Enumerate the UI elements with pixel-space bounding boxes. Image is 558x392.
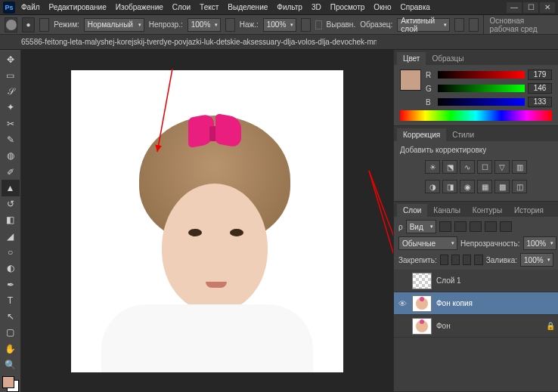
layer-name[interactable]: Слой 1	[436, 276, 461, 285]
g-slider[interactable]	[438, 85, 525, 92]
layer-thumbnail[interactable]	[412, 295, 432, 312]
document-tab[interactable]: 65586-feitong-leta-malyshej-korejskij-tv…	[21, 38, 377, 46]
layer-name[interactable]: Фон	[436, 322, 451, 330]
r-slider[interactable]	[438, 71, 525, 79]
minimize-button[interactable]: —	[507, 2, 522, 13]
path-selection-tool[interactable]: ↖	[2, 309, 20, 325]
pen-tool[interactable]: ✒	[2, 276, 20, 292]
tab-layers[interactable]: Слои	[397, 204, 427, 217]
lock-transparency-icon[interactable]	[440, 255, 448, 265]
pressure-opacity-icon[interactable]	[225, 18, 235, 32]
workspace-switcher[interactable]: Основная рабочая сред	[483, 15, 553, 34]
layer-thumbnail[interactable]	[412, 273, 432, 289]
tool-preset-picker[interactable]	[5, 17, 17, 32]
invert-icon[interactable]: ◫	[512, 180, 527, 193]
hue-sat-icon[interactable]: ▥	[512, 160, 527, 174]
menu-layer[interactable]: Слои	[172, 3, 191, 11]
layer-item[interactable]: 👁 Фон копия	[394, 292, 558, 315]
filter-smart-icon[interactable]	[500, 221, 512, 232]
healing-brush-tool[interactable]: ◍	[2, 148, 20, 164]
tab-styles[interactable]: Стили	[446, 128, 480, 141]
menu-window[interactable]: Окно	[374, 3, 391, 11]
airbrush-icon[interactable]	[301, 18, 311, 32]
aligned-checkbox[interactable]	[315, 20, 322, 29]
shape-tool[interactable]: ▢	[2, 325, 20, 341]
lock-pixels-icon[interactable]	[451, 255, 460, 265]
ignore-adjust-icon[interactable]	[454, 18, 464, 32]
filter-type-icon[interactable]	[470, 221, 482, 232]
history-brush-tool[interactable]: ↺	[2, 196, 20, 212]
layer-name[interactable]: Фон копия	[436, 299, 473, 307]
channel-mixer-icon[interactable]: ▦	[477, 180, 492, 193]
blend-mode-dropdown[interactable]: Нормальный	[84, 18, 144, 32]
hand-tool[interactable]: ✋	[2, 341, 20, 357]
levels-icon[interactable]: ⬔	[442, 160, 457, 174]
g-value[interactable]: 146	[528, 83, 552, 94]
layer-blend-mode-dropdown[interactable]: Обычные	[398, 236, 457, 250]
menu-select[interactable]: Выделение	[228, 3, 268, 11]
eyedropper-tool[interactable]: ✎	[2, 131, 20, 147]
color-spectrum[interactable]	[400, 110, 552, 121]
tab-swatches[interactable]: Образцы	[426, 52, 470, 65]
bw-icon[interactable]: ◨	[442, 180, 457, 193]
fill-dropdown[interactable]: 100%	[520, 253, 553, 267]
crop-tool[interactable]: ✂	[2, 116, 20, 131]
brush-panel-toggle[interactable]	[39, 18, 49, 32]
gradient-tool[interactable]: ◢	[2, 228, 20, 244]
layer-opacity-dropdown[interactable]: 100%	[523, 236, 556, 250]
color-balance-icon[interactable]: ◑	[425, 180, 440, 193]
menu-view[interactable]: Просмотр	[330, 3, 365, 11]
blur-tool[interactable]: ○	[2, 244, 20, 260]
opacity-dropdown[interactable]: 100%	[188, 18, 221, 32]
vibrance-icon[interactable]: ▽	[494, 160, 510, 174]
filter-shape-icon[interactable]	[485, 221, 497, 232]
pressure-size-icon[interactable]	[469, 18, 479, 32]
magic-wand-tool[interactable]: ✦	[2, 100, 20, 116]
brightness-contrast-icon[interactable]: ☀	[425, 160, 440, 174]
move-tool[interactable]: ✥	[2, 51, 20, 67]
color-preview[interactable]	[400, 69, 421, 91]
menu-image[interactable]: Изображение	[116, 3, 163, 11]
exposure-icon[interactable]: ☐	[477, 160, 492, 174]
marquee-tool[interactable]: ▭	[2, 67, 20, 83]
menu-text[interactable]: Текст	[200, 3, 219, 11]
lock-all-icon[interactable]	[474, 255, 482, 265]
layer-filter-dropdown[interactable]: Вид	[406, 220, 436, 233]
photo-filter-icon[interactable]: ◉	[460, 180, 475, 193]
eraser-tool[interactable]: ◧	[2, 212, 20, 228]
layer-item[interactable]: Слой 1	[394, 270, 558, 292]
maximize-button[interactable]: ☐	[523, 2, 538, 13]
layer-thumbnail[interactable]	[412, 318, 432, 335]
visibility-toggle[interactable]: 👁	[397, 299, 408, 308]
foreground-color[interactable]	[2, 376, 14, 388]
tab-color[interactable]: Цвет	[397, 52, 426, 65]
brush-tool[interactable]: ✐	[2, 164, 20, 180]
curves-icon[interactable]: ∿	[460, 160, 475, 174]
tab-channels[interactable]: Каналы	[427, 204, 467, 217]
dodge-tool[interactable]: ◐	[2, 261, 20, 276]
menu-edit[interactable]: Редактирование	[49, 3, 107, 11]
b-slider[interactable]	[438, 98, 525, 106]
filter-pixel-icon[interactable]	[439, 221, 451, 232]
lasso-tool[interactable]: 𝒮	[2, 84, 20, 100]
type-tool[interactable]: T	[2, 292, 20, 308]
b-value[interactable]: 133	[528, 97, 552, 107]
tab-adjustments[interactable]: Коррекция	[397, 128, 446, 141]
color-swatch[interactable]	[2, 376, 19, 392]
canvas-area[interactable]	[21, 50, 393, 392]
menu-3d[interactable]: 3D	[312, 3, 321, 11]
tab-history[interactable]: История	[508, 204, 550, 217]
menu-file[interactable]: Файл	[21, 3, 40, 11]
layer-item[interactable]: Фон 🔒	[394, 315, 558, 338]
document-canvas[interactable]	[71, 70, 343, 372]
sample-dropdown[interactable]: Активный слой	[397, 18, 449, 32]
lock-position-icon[interactable]	[463, 255, 471, 265]
clone-stamp-tool[interactable]: ▲	[2, 180, 20, 196]
tab-paths[interactable]: Контуры	[467, 204, 508, 217]
zoom-tool[interactable]: 🔍	[2, 357, 20, 372]
brush-preset-picker[interactable]: ●	[22, 17, 35, 32]
close-button[interactable]: ✕	[540, 2, 555, 13]
color-lookup-icon[interactable]: ▩	[494, 180, 510, 193]
r-value[interactable]: 179	[528, 69, 552, 80]
menu-help[interactable]: Справка	[401, 3, 430, 11]
